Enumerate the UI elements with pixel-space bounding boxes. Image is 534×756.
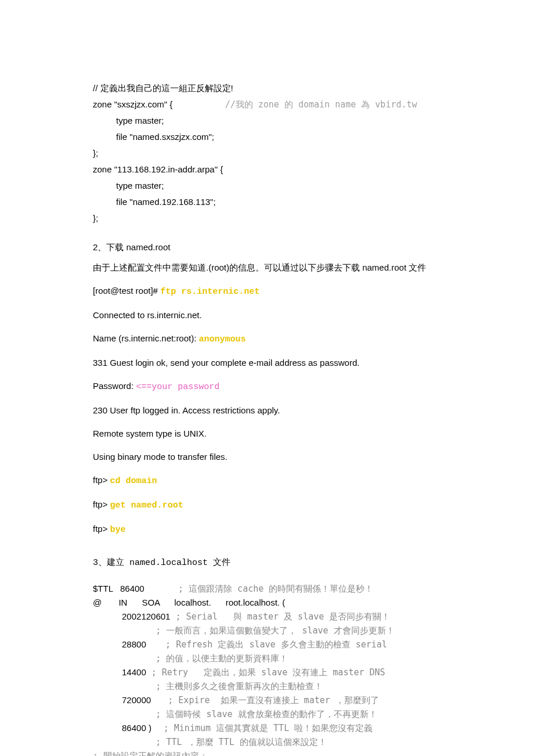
ftp-cd-line: ftp> cd domain	[93, 471, 441, 490]
forward-records-comment: ; 開始設定正解的資訊內容：	[93, 749, 441, 756]
refresh-value: 28800	[122, 639, 146, 649]
ftp-name-line: Name (rs.internic.net:root): anonymous	[93, 330, 441, 348]
ftp-connect-cmd: ftp rs.internic.net	[160, 287, 259, 297]
ftp-prompt-1: ftp>	[93, 475, 110, 485]
retry-value: 14400	[122, 667, 146, 677]
serial-value: 2002120601	[122, 611, 170, 621]
zone-decl-2: zone "113.168.192.in-addr.arpa" {	[93, 163, 441, 177]
serial-line: 2002120601 ; Serial 與 master 及 slave 是否同…	[93, 610, 441, 624]
retry-comment: ; Retry 定義出，如果 slave 沒有連上 master DNS	[146, 667, 385, 678]
ftp-password-hint: <==your password	[136, 382, 219, 392]
ftp-cd-domain: cd domain	[110, 476, 157, 486]
expire-line: 720000 ; Expire 如果一直沒有連接上 mater ，那麼到了	[93, 693, 441, 707]
file-line-1: file "named.sxszjzx.com";	[93, 130, 441, 144]
ftp-name-prompt: Name (rs.internic.net:root):	[93, 333, 199, 343]
section-2-desc: 由于上述配置文件中需要知道.(root)的信息。可以通过以下步骤去下载 name…	[93, 259, 441, 276]
minimum-value: 86400 )	[122, 723, 151, 733]
zone-line: zone "sxszjzx.com" {	[93, 99, 172, 109]
close-brace-1: };	[93, 146, 441, 160]
ftp-331: 331 Guest login ok, send your complete e…	[93, 354, 441, 372]
ftp-get-named: get named.root	[110, 501, 183, 510]
ftp-bye: bye	[110, 525, 126, 535]
expire-comment: ; Expire 如果一直沒有連接上 mater ，那麼到了	[168, 695, 379, 705]
zone-comment: //我的 zone 的 domain name 為 vbird.tw	[172, 99, 417, 110]
retry-comment-2-text: ; 主機則多久之後會重新再次的主動檢查！	[156, 681, 323, 692]
type-master-1: type master;	[93, 114, 441, 128]
ftp-password-line: Password: <==your password	[93, 377, 441, 396]
ftp-prompt-2: ftp>	[93, 499, 110, 509]
minimum-comment: ; Minimum 這個其實就是 TTL 啦！如果您沒有定義	[164, 723, 373, 733]
ftp-get-line: ftp> get named.root	[93, 496, 441, 514]
expire-comment-2: ; 這個時候 slave 就會放棄檢查的動作了，不再更新！	[93, 707, 441, 721]
zone-file-block: $TTL 86400 ; 這個跟清除 cache 的時間有關係！單位是秒！ @ …	[93, 582, 441, 756]
serial-comment: ; Serial 與 master 及 slave 是否同步有關！	[170, 611, 390, 622]
close-brace-2: };	[93, 211, 441, 225]
retry-line: 14400 ; Retry 定義出，如果 slave 沒有連上 master D…	[93, 665, 441, 679]
ftp-prompt-3: ftp>	[93, 524, 110, 534]
refresh-comment-2: ; 的值，以便主動的更新資料庫！	[93, 651, 441, 665]
minimum-comment-2: ; TTL ，那麼 TTL 的值就以這個來設定！	[93, 735, 441, 749]
soa-header: @ IN SOA localhost. root.localhost. (	[93, 596, 441, 610]
config-block-1: // 定義出我自己的這一組正反解設定! zone "sxszjzx.com" {…	[93, 81, 441, 225]
prompt-root: [root@test root]#	[93, 286, 160, 296]
ttl-comment: ; 這個跟清除 cache 的時間有關係！單位是秒！	[178, 584, 373, 594]
config-comment: // 定義出我自己的這一組正反解設定!	[93, 81, 441, 95]
refresh-comment: ; Refresh 定義出 slave 多久會主動的檢查 serial	[165, 639, 387, 650]
refresh-line: 28800 ; Refresh 定義出 slave 多久會主動的檢查 seria…	[93, 638, 441, 651]
section-3-title: 3、建立 named.localhost 文件	[93, 556, 441, 570]
ttl-line: $TTL 86400 ; 這個跟清除 cache 的時間有關係！單位是秒！	[93, 582, 441, 596]
minimum-comment-2-text: ; TTL ，那麼 TTL 的值就以這個來設定！	[156, 737, 326, 747]
zone-decl-1: zone "sxszjzx.com" { //我的 zone 的 domain …	[93, 98, 441, 111]
expire-comment-2-text: ; 這個時候 slave 就會放棄檢查的動作了，不再更新！	[156, 709, 377, 719]
serial-comment-2-text: ; 一般而言，如果這個數值變大了， slave 才會同步更新！	[156, 625, 394, 636]
document-page: // 定義出我自己的這一組正反解設定! zone "sxszjzx.com" {…	[0, 0, 534, 756]
ftp-password-label: Password:	[93, 381, 136, 391]
type-master-2: type master;	[93, 179, 441, 193]
ftp-230: 230 User ftp logged in. Access restricti…	[93, 402, 441, 419]
section-2-title: 2、下载 named.root	[93, 240, 441, 254]
ftp-cmd-line: [root@test root]# ftp rs.internic.net	[93, 282, 441, 301]
expire-value: 720000	[122, 695, 151, 705]
ttl-value: $TTL 86400	[93, 584, 145, 593]
serial-comment-2: ; 一般而言，如果這個數值變大了， slave 才會同步更新！	[93, 624, 441, 638]
ftp-anonymous: anonymous	[199, 334, 246, 344]
ftp-bye-line: ftp> bye	[93, 520, 441, 539]
retry-comment-2: ; 主機則多久之後會重新再次的主動檢查！	[93, 679, 441, 693]
ftp-remote-unix: Remote system type is UNIX.	[93, 425, 441, 442]
minimum-line: 86400 ) ; Minimum 這個其實就是 TTL 啦！如果您沒有定義	[93, 721, 441, 735]
refresh-comment-2-text: ; 的值，以便主動的更新資料庫！	[156, 653, 288, 664]
file-line-2: file "named.192.168.113";	[93, 195, 441, 209]
ftp-connected: Connected to rs.internic.net.	[93, 307, 441, 324]
ftp-binary-mode: Using binary mode to transfer files.	[93, 448, 441, 466]
